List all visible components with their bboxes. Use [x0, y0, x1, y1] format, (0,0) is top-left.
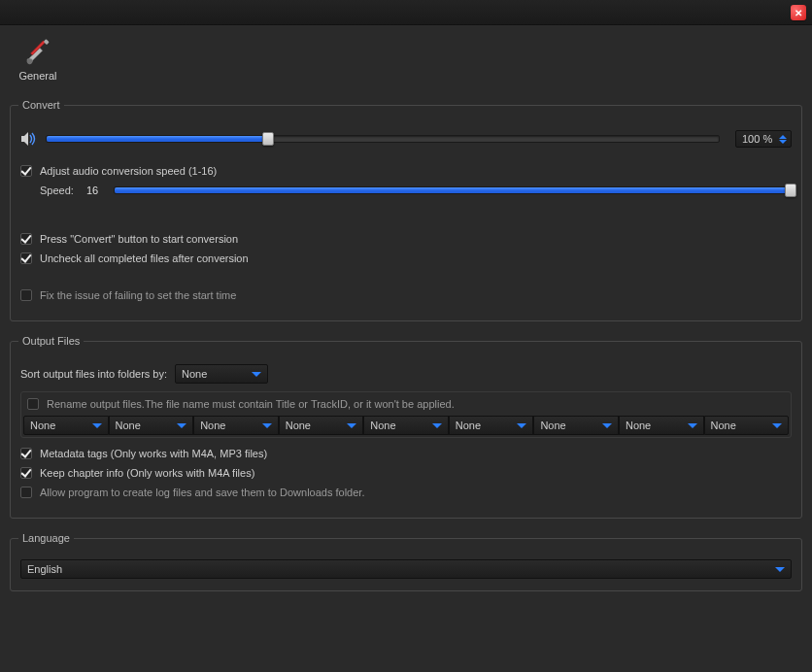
log-row: Allow program to create log files and sa…: [20, 487, 792, 498]
rename-field-value: None: [711, 420, 736, 431]
rename-field-dropdown[interactable]: None: [279, 416, 364, 435]
metadata-row: Metadata tags (Only works with M4A, MP3 …: [20, 448, 792, 459]
rename-field-value: None: [626, 420, 651, 431]
speed-label: Speed:: [40, 185, 79, 196]
volume-spinner[interactable]: 100 %: [735, 130, 792, 148]
rename-field-dropdown[interactable]: None: [619, 416, 704, 435]
close-button[interactable]: ✕: [791, 5, 806, 20]
press-convert-label: Press "Convert" button to start conversi…: [40, 233, 238, 245]
rename-field-value: None: [540, 420, 565, 431]
fix-start-time-row: Fix the issue of failing to set the star…: [20, 289, 792, 301]
rename-field-dropdown[interactable]: None: [23, 416, 109, 435]
rename-field-dropdown[interactable]: None: [704, 416, 790, 435]
rename-field-dropdown[interactable]: None: [363, 416, 449, 435]
press-convert-row: Press "Convert" button to start conversi…: [20, 233, 792, 245]
speed-row: Speed: 16: [40, 185, 792, 196]
chapter-label: Keep chapter info (Only works with M4A f…: [40, 467, 254, 479]
rename-field-value: None: [286, 420, 311, 431]
speed-value: 16: [86, 185, 106, 196]
volume-slider-thumb[interactable]: [262, 132, 274, 146]
chevron-down-icon: [347, 423, 356, 428]
tab-general-label: General: [18, 70, 56, 82]
tab-general[interactable]: General: [14, 37, 62, 82]
svg-rect-1: [44, 39, 50, 45]
volume-icon: [20, 131, 38, 147]
volume-row: 100 %: [20, 130, 792, 148]
chevron-down-icon: [252, 372, 261, 377]
uncheck-completed-label: Uncheck all completed files after conver…: [40, 252, 249, 264]
log-checkbox[interactable]: [20, 487, 32, 498]
group-output: Output Files Sort output files into fold…: [10, 335, 802, 519]
sort-row: Sort output files into folders by: None: [20, 364, 792, 384]
volume-slider[interactable]: [46, 135, 720, 143]
rename-dropdowns: NoneNoneNoneNoneNoneNoneNoneNoneNone: [23, 416, 789, 435]
adjust-speed-row: Adjust audio conversion speed (1-16): [20, 165, 792, 177]
spinner-down-icon[interactable]: [779, 140, 787, 144]
chevron-down-icon: [177, 423, 186, 428]
chevron-down-icon: [602, 423, 612, 428]
speed-slider-thumb[interactable]: [785, 184, 796, 197]
rename-field-value: None: [116, 420, 141, 431]
metadata-checkbox[interactable]: [20, 448, 32, 459]
sort-dropdown[interactable]: None: [175, 364, 268, 384]
group-language-legend: Language: [18, 532, 74, 544]
rename-row: Rename output files.The file name must c…: [27, 398, 785, 410]
press-convert-checkbox[interactable]: [20, 233, 32, 245]
spinner-up-icon[interactable]: [779, 135, 787, 139]
adjust-speed-label: Adjust audio conversion speed (1-16): [40, 165, 217, 177]
adjust-speed-checkbox[interactable]: [20, 165, 32, 177]
rename-field-value: None: [30, 420, 55, 431]
rename-field-dropdown[interactable]: None: [449, 416, 534, 435]
rename-wrap: Rename output files.The file name must c…: [20, 391, 792, 438]
chevron-down-icon: [772, 423, 782, 428]
chevron-down-icon: [432, 423, 442, 428]
speed-slider-fill: [115, 187, 791, 193]
language-dropdown[interactable]: English: [20, 559, 792, 579]
chevron-down-icon: [517, 423, 526, 428]
chevron-down-icon: [92, 423, 102, 428]
tools-icon: [23, 39, 52, 68]
uncheck-completed-checkbox[interactable]: [20, 252, 32, 264]
titlebar: ✕: [0, 0, 812, 25]
group-output-legend: Output Files: [18, 335, 84, 347]
fix-start-time-checkbox[interactable]: [20, 289, 32, 301]
rename-field-dropdown[interactable]: None: [533, 416, 619, 435]
sort-label: Sort output files into folders by:: [20, 368, 167, 380]
uncheck-completed-row: Uncheck all completed files after conver…: [20, 252, 792, 264]
rename-field-value: None: [200, 420, 225, 431]
speed-slider[interactable]: [114, 186, 792, 194]
close-icon: ✕: [795, 8, 802, 18]
chapter-row: Keep chapter info (Only works with M4A f…: [20, 467, 792, 479]
group-convert: Convert 100 %: [10, 99, 802, 321]
content: General Convert 100 %: [0, 25, 812, 615]
rename-field-value: None: [456, 420, 481, 431]
rename-label: Rename output files.The file name must c…: [47, 398, 455, 410]
chapter-checkbox[interactable]: [20, 467, 32, 479]
volume-slider-fill: [47, 136, 268, 142]
language-dropdown-value: English: [27, 563, 62, 575]
rename-checkbox[interactable]: [27, 398, 39, 410]
spinner-arrows[interactable]: [779, 135, 787, 144]
log-label: Allow program to create log files and sa…: [40, 487, 364, 498]
rename-field-dropdown[interactable]: None: [109, 416, 194, 435]
chevron-down-icon: [262, 423, 272, 428]
chevron-down-icon: [775, 567, 785, 572]
fix-start-time-label: Fix the issue of failing to set the star…: [40, 289, 236, 301]
svg-point-2: [27, 59, 33, 65]
volume-spinner-value: 100 %: [742, 133, 772, 145]
group-convert-legend: Convert: [18, 99, 64, 111]
group-language: Language English: [10, 532, 802, 591]
rename-field-dropdown[interactable]: None: [193, 416, 279, 435]
metadata-label: Metadata tags (Only works with M4A, MP3 …: [40, 448, 267, 459]
rename-field-value: None: [370, 420, 395, 431]
chevron-down-icon: [688, 423, 697, 428]
sort-dropdown-value: None: [182, 368, 207, 380]
